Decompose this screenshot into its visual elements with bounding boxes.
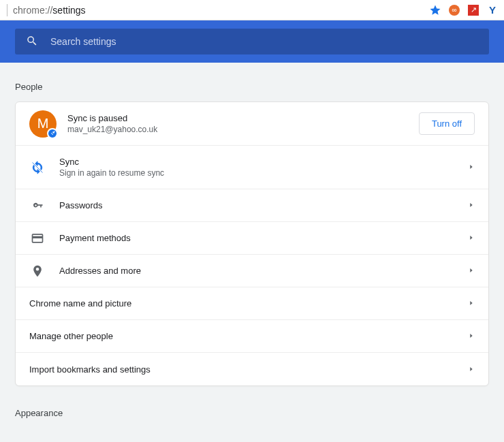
chevron-right-icon (468, 266, 475, 276)
sync-off-icon (29, 159, 46, 176)
chevron-right-icon (468, 331, 475, 341)
extension-icon-2[interactable]: ↗ (467, 4, 479, 16)
omnibox-divider (7, 4, 7, 16)
profile-avatar[interactable]: M (29, 110, 57, 138)
search-settings-box[interactable] (15, 29, 489, 54)
key-icon (29, 198, 46, 214)
people-card: M Sync is paused mav_uk21@yahoo.co.uk Tu… (15, 101, 489, 386)
omnibox-url[interactable]: chrome://settings (13, 5, 429, 16)
profile-email: mav_uk21@yahoo.co.uk (67, 125, 419, 134)
manage-people-row[interactable]: Manage other people (16, 320, 488, 353)
profile-status: Sync is paused (67, 113, 419, 123)
section-title-people: People (15, 82, 489, 92)
url-path: settings (52, 5, 85, 16)
name-picture-body: Chrome name and picture (29, 298, 468, 309)
name-picture-row[interactable]: Chrome name and picture (16, 287, 488, 320)
section-title-appearance: Appearance (15, 408, 489, 418)
payment-row[interactable]: Payment methods (16, 222, 488, 255)
settings-search-header (0, 20, 504, 63)
chevron-right-icon (468, 364, 475, 375)
addresses-body: Addresses and more (59, 266, 468, 276)
bookmark-star-icon[interactable] (429, 4, 441, 16)
chevron-right-icon (468, 233, 475, 243)
addresses-label: Addresses and more (59, 266, 468, 276)
passwords-row[interactable]: Passwords (16, 189, 488, 222)
location-icon (29, 263, 46, 279)
manage-people-label: Manage other people (29, 331, 468, 341)
extension-icon-1[interactable]: ∞ (448, 4, 460, 16)
sync-row[interactable]: Sync Sign in again to resume sync (16, 146, 488, 189)
extension-icon-3[interactable]: Y (486, 4, 499, 16)
sync-title: Sync (59, 157, 468, 167)
chevron-right-icon (468, 298, 475, 309)
payment-label: Payment methods (59, 233, 468, 243)
passwords-label: Passwords (59, 200, 468, 210)
url-prefix: chrome:// (13, 5, 52, 16)
turn-off-button[interactable]: Turn off (419, 112, 475, 135)
import-label: Import bookmarks and settings (29, 364, 468, 375)
sync-subtitle: Sign in again to resume sync (59, 168, 468, 178)
credit-card-icon (29, 230, 46, 247)
settings-content: People M Sync is paused mav_uk21@yahoo.c… (0, 63, 504, 435)
search-settings-input[interactable] (50, 36, 478, 47)
chevron-right-icon (468, 200, 475, 210)
import-row[interactable]: Import bookmarks and settings (16, 353, 488, 385)
profile-row: M Sync is paused mav_uk21@yahoo.co.uk Tu… (16, 102, 488, 146)
chevron-right-icon (468, 162, 475, 172)
sync-body: Sync Sign in again to resume sync (59, 157, 468, 178)
name-picture-label: Chrome name and picture (29, 298, 468, 309)
search-icon (26, 35, 38, 49)
manage-people-body: Manage other people (29, 331, 468, 341)
sync-paused-badge-icon (47, 128, 58, 139)
omnibox-actions: ∞ ↗ Y (429, 4, 500, 16)
passwords-body: Passwords (59, 200, 468, 210)
avatar-letter: M (37, 116, 49, 131)
profile-body: Sync is paused mav_uk21@yahoo.co.uk (67, 113, 419, 134)
omnibox[interactable]: chrome://settings ∞ ↗ Y (0, 0, 504, 20)
addresses-row[interactable]: Addresses and more (16, 255, 488, 287)
payment-body: Payment methods (59, 233, 468, 243)
import-body: Import bookmarks and settings (29, 364, 468, 375)
